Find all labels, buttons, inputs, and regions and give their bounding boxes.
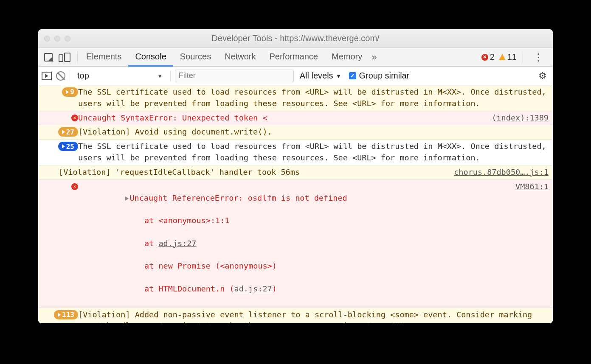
console-message: [Violation] Added non-passive event list… [78, 309, 549, 323]
console-message: Uncaught SyntaxError: Unexpected token < [78, 112, 483, 124]
repeat-count-badge: 25 [58, 142, 78, 151]
log-levels-label: All levels [300, 71, 333, 81]
tab-performance[interactable]: Performance [263, 48, 325, 67]
console-row[interactable]: ✕ Uncaught SyntaxError: Unexpected token… [38, 111, 553, 126]
error-icon: ✕ [71, 115, 78, 121]
error-icon: ✕ [71, 183, 78, 190]
tab-memory[interactable]: Memory [325, 48, 369, 67]
error-counter[interactable]: ✕ 2 [481, 52, 495, 62]
log-levels-selector[interactable]: All levels ▼ [298, 71, 343, 81]
stack-link[interactable]: ad.js:27 [158, 239, 196, 248]
devtools-window: Developer Tools - https://www.theverge.c… [38, 29, 553, 323]
source-link[interactable]: chorus.87db050….js:1 [454, 167, 549, 178]
source-link[interactable]: (index):1389 [492, 112, 549, 124]
error-count: 2 [490, 52, 495, 62]
console-row[interactable]: 27 [Violation] Avoid using document.writ… [38, 125, 553, 140]
console-message: [Violation] 'requestIdleCallback' handle… [59, 167, 445, 178]
group-similar-toggle[interactable]: ✓ Group similar [347, 71, 411, 81]
filter-input[interactable] [175, 70, 294, 82]
console-toolbar: top ▼ All levels ▼ ✓ Group similar ⚙ [38, 67, 553, 85]
tab-console[interactable]: Console [128, 48, 173, 67]
console-message: Uncaught ReferenceError: osdlfm is not d… [78, 181, 507, 306]
console-row[interactable]: [Violation] 'requestIdleCallback' handle… [38, 165, 553, 180]
console-message: [Violation] Avoid using document.write()… [78, 126, 549, 138]
console-row[interactable]: ✕ Uncaught ReferenceError: osdlfm is not… [38, 180, 553, 308]
console-row[interactable]: 9 The SSL certificate used to load resou… [38, 85, 553, 111]
group-similar-label: Group similar [359, 71, 409, 81]
tab-elements[interactable]: Elements [79, 48, 128, 67]
tab-network[interactable]: Network [218, 48, 262, 67]
console-message: The SSL certificate used to load resourc… [78, 141, 549, 164]
repeat-count-badge: 27 [58, 127, 78, 137]
console-row[interactable]: 25 The SSL certificate used to load reso… [38, 140, 553, 165]
warning-count: 11 [507, 52, 517, 62]
settings-icon[interactable]: ⚙ [538, 70, 549, 81]
tab-sources[interactable]: Sources [173, 48, 218, 67]
stack-link[interactable]: ad.js:27 [234, 284, 272, 293]
context-selector[interactable]: top ▼ [74, 69, 166, 83]
more-tabs-icon[interactable]: » [369, 52, 379, 63]
device-toggle-icon[interactable] [59, 53, 70, 62]
source-link[interactable]: VM861:1 [515, 181, 549, 193]
chevron-down-icon: ▼ [157, 73, 163, 79]
error-icon: ✕ [481, 54, 488, 61]
window-title: Developer Tools - https://www.theverge.c… [38, 34, 553, 43]
checkbox-checked-icon: ✓ [349, 72, 356, 79]
show-console-sidebar-icon[interactable] [42, 72, 52, 80]
clear-console-icon[interactable] [56, 71, 65, 81]
console-output: 9 The SSL certificate used to load resou… [38, 85, 553, 323]
console-message: The SSL certificate used to load resourc… [78, 87, 549, 109]
chevron-down-icon: ▼ [336, 73, 342, 79]
repeat-count-badge: 113 [54, 310, 78, 319]
panel-tabbar: Elements Console Sources Network Perform… [38, 48, 553, 67]
titlebar: Developer Tools - https://www.theverge.c… [38, 29, 553, 48]
repeat-count-badge: 9 [62, 87, 78, 97]
menu-icon[interactable]: ⋮ [529, 52, 548, 62]
console-row[interactable]: 113 [Violation] Added non-passive event … [38, 308, 553, 323]
expand-icon[interactable] [125, 196, 129, 201]
inspect-icon[interactable] [44, 53, 53, 62]
warning-icon [499, 54, 506, 60]
warning-counter[interactable]: 11 [499, 52, 517, 62]
context-selector-label: top [77, 71, 89, 81]
